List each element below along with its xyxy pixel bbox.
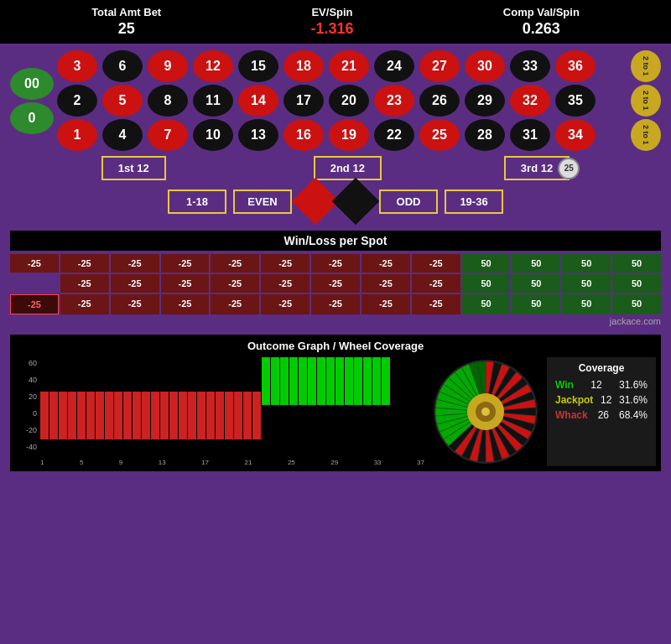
bar-27 [289, 357, 298, 405]
wl-cell-0-9[interactable]: 50 [462, 254, 511, 273]
wl-cell-0-5[interactable]: -25 [261, 254, 309, 273]
number-21[interactable]: 21 [329, 50, 369, 82]
wl-cell-1-0[interactable] [10, 274, 59, 293]
third-dozen[interactable]: 3rd 12 25 [504, 156, 570, 180]
bottom-bets-row: 1-18 EVEN ODD 19-36 [10, 184, 661, 218]
wl-cell-0-8[interactable]: -25 [412, 254, 460, 273]
wl-cell-2-9[interactable]: 50 [462, 294, 511, 314]
number-25[interactable]: 25 [419, 119, 460, 151]
bet-odd[interactable]: ODD [379, 190, 438, 214]
number-10[interactable]: 10 [193, 119, 233, 151]
wl-cell-1-5[interactable]: -25 [261, 274, 309, 293]
wl-cell-0-11[interactable]: 50 [562, 254, 611, 273]
wl-cell-1-9[interactable]: 50 [462, 274, 511, 293]
number-14[interactable]: 14 [238, 85, 278, 117]
wl-cell-1-12[interactable]: 50 [612, 274, 661, 293]
wl-cell-2-5[interactable]: -25 [261, 294, 309, 314]
number-0[interactable]: 0 [10, 102, 54, 134]
number-col-5: 181716 [283, 50, 324, 151]
wl-cell-2-6[interactable]: -25 [311, 294, 360, 314]
number-36[interactable]: 36 [555, 50, 596, 82]
bar-20 [225, 392, 233, 439]
number-30[interactable]: 30 [465, 50, 505, 82]
bet-19-36[interactable]: 19-36 [445, 190, 503, 214]
wl-cell-0-1[interactable]: -25 [60, 254, 109, 273]
bet-even[interactable]: EVEN [233, 190, 292, 214]
wl-cell-0-3[interactable]: -25 [161, 254, 210, 273]
wl-cell-2-3[interactable]: -25 [161, 294, 210, 314]
wl-cell-2-12[interactable]: 50 [612, 294, 661, 314]
second-dozen[interactable]: 2nd 12 [314, 156, 382, 180]
number-13[interactable]: 13 [238, 119, 278, 151]
wl-cell-0-12[interactable]: 50 [612, 254, 661, 273]
wl-cell-1-4[interactable]: -25 [211, 274, 259, 293]
number-1[interactable]: 1 [57, 119, 97, 151]
wl-cell-2-8[interactable]: -25 [412, 294, 460, 314]
wl-cell-2-1[interactable]: -25 [60, 294, 109, 314]
wl-cell-1-7[interactable]: -25 [362, 274, 410, 293]
number-12[interactable]: 12 [193, 50, 233, 82]
wl-cell-0-2[interactable]: -25 [111, 254, 159, 273]
number-35[interactable]: 35 [555, 85, 596, 117]
wl-cell-1-2[interactable]: -25 [111, 274, 159, 293]
number-15[interactable]: 15 [238, 50, 278, 82]
wl-cell-0-4[interactable]: -25 [211, 254, 259, 273]
number-26[interactable]: 26 [419, 85, 460, 117]
number-18[interactable]: 18 [283, 50, 324, 82]
number-23[interactable]: 23 [374, 85, 414, 117]
number-8[interactable]: 8 [148, 85, 188, 117]
number-24[interactable]: 24 [374, 50, 414, 82]
header-bar: Total Amt Bet 25 EV/Spin -1.316 Comp Val… [0, 0, 671, 44]
number-27[interactable]: 27 [419, 50, 460, 82]
number-3[interactable]: 3 [57, 50, 97, 82]
payout-bot[interactable]: 2 to 1 [631, 119, 661, 151]
wl-cell-2-7[interactable]: -25 [362, 294, 410, 314]
total-amt-value: 25 [91, 20, 161, 38]
number-17[interactable]: 17 [283, 85, 324, 117]
number-2[interactable]: 2 [57, 85, 97, 117]
wl-cell-0-7[interactable]: -25 [362, 254, 410, 273]
bet-black[interactable] [332, 178, 380, 226]
first-dozen[interactable]: 1st 12 [101, 156, 166, 180]
wl-cell-1-6[interactable]: -25 [311, 274, 360, 293]
number-5[interactable]: 5 [102, 85, 143, 117]
number-29[interactable]: 29 [465, 85, 505, 117]
wl-cell-0-0[interactable]: -25 [10, 254, 59, 273]
wl-cell-0-10[interactable]: 50 [512, 254, 560, 273]
wl-cell-1-10[interactable]: 50 [512, 274, 560, 293]
number-33[interactable]: 33 [510, 50, 550, 82]
number-11[interactable]: 11 [193, 85, 233, 117]
main-numbers-grid: 3216549871211101514131817162120192423222… [57, 50, 627, 151]
bar-24 [262, 357, 270, 405]
number-16[interactable]: 16 [283, 119, 324, 151]
wl-cell-2-0[interactable]: -25 [10, 294, 59, 314]
number-00[interactable]: 00 [10, 68, 54, 100]
jackace-credit: jackace.com [10, 314, 661, 328]
wl-cell-1-11[interactable]: 50 [562, 274, 611, 293]
wl-cell-2-11[interactable]: 50 [562, 294, 611, 314]
comp-val-block: Comp Val/Spin 0.263 [503, 6, 580, 38]
comp-val-label: Comp Val/Spin [503, 6, 580, 18]
wl-cell-1-8[interactable]: -25 [412, 274, 460, 293]
wl-cell-1-3[interactable]: -25 [161, 274, 210, 293]
number-6[interactable]: 6 [102, 50, 143, 82]
number-20[interactable]: 20 [329, 85, 369, 117]
number-32[interactable]: 32 [510, 85, 550, 117]
wl-cell-2-10[interactable]: 50 [512, 294, 560, 314]
bar-11 [142, 392, 150, 439]
number-19[interactable]: 19 [329, 119, 369, 151]
bet-1-18[interactable]: 1-18 [168, 190, 226, 214]
number-9[interactable]: 9 [148, 50, 188, 82]
payout-mid[interactable]: 2 to 1 [631, 85, 661, 117]
wl-cell-1-1[interactable]: -25 [60, 274, 109, 293]
number-31[interactable]: 31 [510, 119, 550, 151]
number-34[interactable]: 34 [555, 119, 596, 151]
number-22[interactable]: 22 [374, 119, 414, 151]
payout-top[interactable]: 2 to 1 [631, 50, 661, 82]
wl-cell-2-4[interactable]: -25 [211, 294, 259, 314]
number-28[interactable]: 28 [465, 119, 505, 151]
wl-cell-2-2[interactable]: -25 [111, 294, 159, 314]
wl-cell-0-6[interactable]: -25 [311, 254, 360, 273]
number-7[interactable]: 7 [148, 119, 188, 151]
number-4[interactable]: 4 [102, 119, 143, 151]
